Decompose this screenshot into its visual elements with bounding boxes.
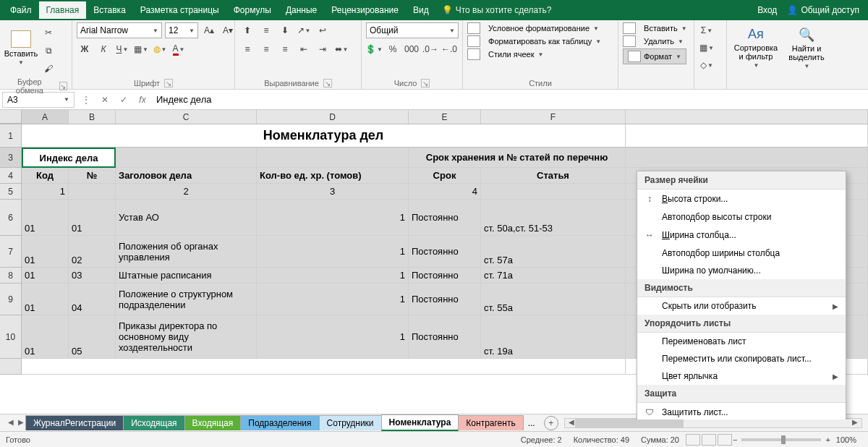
cut-icon[interactable]: ✂ [41, 25, 56, 41]
table-cell[interactable]: Постоянно [409, 315, 481, 359]
menu-protect-sheet[interactable]: 🛡Защитить лист... [637, 403, 846, 420]
alignment-launcher-icon[interactable]: ↘ [323, 79, 332, 88]
menu-autofit-col-width[interactable]: Автоподбор ширины столбца [637, 244, 846, 262]
sheet-tab-departments[interactable]: Подразделения [240, 415, 319, 430]
tab-view[interactable]: Вид [406, 1, 436, 19]
col-header-f[interactable]: F [481, 110, 626, 124]
table-cell[interactable]: Приказы директора по основному виду хозд… [116, 315, 257, 359]
menu-rename-sheet[interactable]: Переименовать лист [637, 333, 846, 350]
col-header-blank[interactable] [626, 110, 868, 124]
sort-filter-button[interactable]: Aя Сортировка и фильтр▼ [731, 22, 780, 73]
table-cell[interactable]: 02 [69, 236, 116, 268]
table-cell[interactable]: Постоянно [409, 200, 481, 236]
clear-icon[interactable]: ◇▼ [699, 57, 715, 73]
menu-move-copy-sheet[interactable]: Переместить или скопировать лист... [637, 350, 846, 367]
underline-button[interactable]: Ч▼ [114, 41, 130, 57]
cell-srok-group[interactable]: Срок хранения и № статей по перечню [409, 148, 626, 168]
format-cells-button[interactable]: Формат▼ [623, 48, 686, 64]
menu-autofit-row-height[interactable]: Автоподбор высоты строки [637, 208, 846, 226]
tell-me[interactable]: 💡Что вы хотите сделать? [442, 5, 552, 15]
cell-num4[interactable]: 4 [409, 184, 481, 200]
cell-qty-header[interactable]: Кол-во ед. хр. (томов) [257, 168, 409, 184]
fill-icon[interactable]: ▦▼ [699, 40, 715, 56]
sheet-tab-nomenclature[interactable]: Номенклатура [381, 414, 459, 431]
italic-button[interactable]: К [95, 41, 111, 57]
normal-view-icon[interactable] [686, 434, 700, 446]
shrink-font-icon[interactable]: A▾ [220, 22, 236, 38]
fill-color-button[interactable]: ◍▼ [152, 41, 168, 57]
zoom-level[interactable]: 100% [836, 435, 856, 444]
tab-data[interactable]: Данные [278, 1, 324, 19]
indent-dec-icon[interactable]: ⇤ [296, 41, 312, 57]
format-as-table-button[interactable]: Форматировать как таблицу▼ [467, 35, 601, 47]
select-all-corner[interactable] [0, 110, 22, 124]
table-cell[interactable]: ст. 55а [481, 284, 626, 315]
format-painter-icon[interactable]: 🖌 [41, 61, 56, 77]
table-cell[interactable]: Постоянно [409, 268, 481, 284]
formula-input[interactable]: Индекс дела [152, 94, 868, 105]
table-cell[interactable]: Постоянно [409, 236, 481, 268]
table-cell[interactable]: 05 [69, 315, 116, 359]
number-launcher-icon[interactable]: ↘ [421, 79, 430, 88]
table-cell[interactable]: 01 [22, 268, 69, 284]
delete-cells-button[interactable]: Удалить▼ [623, 35, 684, 47]
row-header-4[interactable]: 4 [0, 168, 22, 184]
title-cell[interactable]: Номенклатура дел [22, 124, 626, 148]
add-sheet-button[interactable]: + [544, 416, 558, 430]
cancel-formula-icon[interactable]: ✕ [95, 95, 114, 105]
table-cell[interactable]: 1 [257, 236, 409, 268]
zoom-out-icon[interactable]: − [733, 435, 737, 444]
cell-art-header[interactable]: Статья [481, 168, 626, 184]
col-header-b[interactable]: B [69, 110, 116, 124]
row-header-1[interactable]: 1 [0, 124, 22, 148]
accounting-icon[interactable]: 💲▼ [366, 41, 382, 57]
inc-decimal-icon[interactable]: .0→ [422, 41, 438, 57]
row-header-8[interactable]: 8 [0, 268, 22, 284]
menu-default-width[interactable]: Ширина по умолчанию... [637, 262, 846, 279]
cell-num2[interactable]: 2 [116, 184, 257, 200]
table-cell[interactable]: 01 [22, 236, 69, 268]
cell-index[interactable]: Индекс дела [22, 148, 116, 168]
table-cell[interactable]: Положения об органах управления [116, 236, 257, 268]
orientation-icon[interactable]: ↗▼ [296, 22, 312, 38]
menu-col-width[interactable]: ↔Ширина столбца... [637, 226, 846, 244]
align-top-icon[interactable]: ⬆ [239, 22, 255, 38]
sheet-tab-employees[interactable]: Сотрудники [319, 415, 382, 430]
table-cell[interactable]: 01 [22, 200, 69, 236]
table-cell[interactable]: Постоянно [409, 284, 481, 315]
row-header-7[interactable]: 7 [0, 236, 22, 268]
align-bottom-icon[interactable]: ⬇ [277, 22, 293, 38]
sheet-tab-contractors[interactable]: Контрагенть [458, 415, 523, 430]
insert-cells-button[interactable]: Вставить▼ [623, 22, 687, 34]
number-format-combo[interactable]: Общий▼ [366, 22, 459, 38]
table-cell[interactable]: ст. 50а,ст. 51-53 [481, 200, 626, 236]
tab-formulas[interactable]: Формулы [226, 1, 278, 19]
table-cell[interactable]: 01 [22, 315, 69, 359]
bold-button[interactable]: Ж [77, 41, 93, 57]
grow-font-icon[interactable]: A▴ [201, 22, 217, 38]
menu-hide-show[interactable]: Скрыть или отобразить▶ [637, 297, 846, 315]
conditional-formatting-button[interactable]: Условное форматирование▼ [467, 22, 599, 34]
find-select-button[interactable]: 🔍 Найти и выделить▼ [783, 22, 830, 73]
row-header-blank[interactable] [0, 359, 22, 375]
col-header-c[interactable]: C [116, 110, 257, 124]
table-cell[interactable]: Штатные расписания [116, 268, 257, 284]
table-cell[interactable]: ст. 19а [481, 315, 626, 359]
col-header-a[interactable]: A [22, 110, 69, 124]
font-size-combo[interactable]: 12▼ [165, 22, 198, 38]
login-button[interactable]: Вход [757, 5, 777, 15]
cell-num3[interactable]: 3 [257, 184, 409, 200]
table-cell[interactable]: 04 [69, 284, 116, 315]
sheet-nav-prev-icon[interactable]: ◀ [6, 418, 16, 428]
row-header-9[interactable]: 9 [0, 284, 22, 315]
enter-formula-icon[interactable]: ✓ [114, 95, 133, 105]
sheet-tab-incoming[interactable]: Входящая [184, 415, 242, 430]
page-layout-view-icon[interactable] [702, 434, 716, 446]
formula-dropdown-icon[interactable]: ⋮ [77, 95, 95, 105]
indent-inc-icon[interactable]: ⇥ [315, 41, 331, 57]
share-button[interactable]: 👤Общий доступ [787, 5, 859, 15]
table-cell[interactable]: 1 [257, 284, 409, 315]
align-right-icon[interactable]: ≡ [277, 41, 293, 57]
table-cell[interactable]: Положение о структурном подразделении [116, 284, 257, 315]
clipboard-launcher-icon[interactable]: ↘ [59, 82, 67, 90]
